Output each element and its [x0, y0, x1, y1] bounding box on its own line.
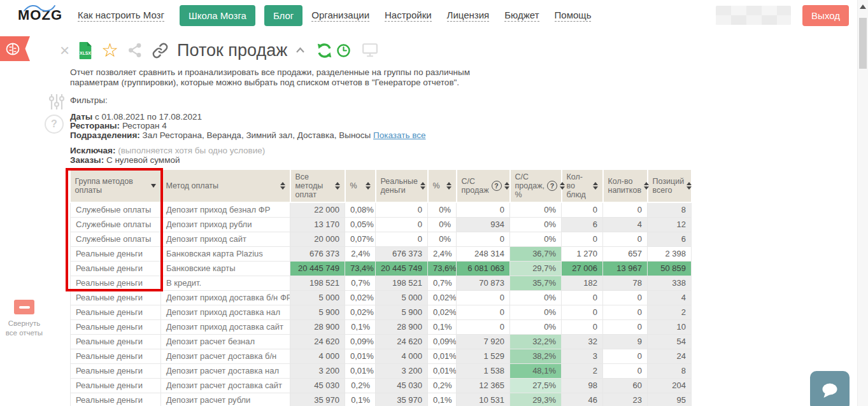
- column-header-5[interactable]: %: [428, 170, 457, 202]
- cell-value: 657: [603, 246, 648, 261]
- blog-button[interactable]: Блог: [264, 5, 302, 26]
- column-header-10[interactable]: Позиций всего: [648, 170, 692, 202]
- logout-button[interactable]: Выход: [802, 5, 849, 26]
- help-question-icon[interactable]: ?: [45, 115, 64, 134]
- cell-value: 60: [603, 378, 648, 393]
- cell-value: 2,4%: [345, 246, 376, 261]
- cell-value: 182: [562, 276, 603, 290]
- cell-value: 1 529: [457, 349, 510, 363]
- page-scrollbar[interactable]: [857, 0, 868, 406]
- cell-value: 20 445 749: [376, 261, 428, 276]
- minus-icon: [19, 306, 30, 309]
- cell-group: Реальные деньги: [71, 261, 161, 276]
- sort-icon: [504, 182, 509, 190]
- cell-value: 198 521: [376, 276, 428, 290]
- refresh-icon[interactable]: [316, 42, 333, 59]
- cell-value: 29,7%: [510, 261, 562, 276]
- collapse-report-chevron-icon[interactable]: [295, 47, 305, 53]
- table-row-11: Реальные деньгиДепозит расчет доставка н…: [71, 363, 692, 378]
- sort-icon: [420, 182, 425, 190]
- column-help-icon[interactable]: ?: [492, 181, 502, 191]
- cell-value: 0: [603, 349, 648, 363]
- cell-value: 95: [648, 393, 692, 406]
- cell-value: 0,01%: [428, 349, 457, 363]
- school-button[interactable]: Школа Мозга: [180, 5, 255, 26]
- app-window: MOZG Как настроить Мозг Школа Мозга Блог…: [0, 0, 868, 406]
- mozg-logo[interactable]: MOZG: [18, 4, 59, 26]
- sort-icon: [644, 182, 649, 190]
- permalink-icon[interactable]: [152, 42, 169, 59]
- cell-value: 20 445 749: [290, 261, 345, 276]
- nav-link-1[interactable]: Настройки: [385, 10, 432, 22]
- cell-value: 0: [603, 363, 648, 378]
- column-header-8[interactable]: Кол-во блюд: [562, 170, 603, 202]
- cell-value: 0: [457, 319, 510, 334]
- column-label: Кол-во блюд: [567, 172, 590, 199]
- cell-value: 0%: [510, 217, 562, 232]
- cell-value: 0,01%: [345, 363, 376, 378]
- cell-method: Депозит расчет доставка сайт: [161, 378, 290, 393]
- monitor-icon[interactable]: [362, 43, 378, 58]
- schedule-clock-icon[interactable]: [336, 43, 351, 58]
- cell-value: 20 000: [290, 232, 345, 246]
- chat-widget-button[interactable]: [810, 371, 850, 406]
- scrollbar-thumb[interactable]: [859, 18, 867, 69]
- cell-value: 0%: [510, 202, 562, 217]
- scrollbar-up-arrow-icon[interactable]: [860, 4, 866, 9]
- column-help-icon[interactable]: ?: [547, 181, 557, 191]
- cell-group: Реальные деньги: [71, 393, 161, 406]
- cell-value: 4: [648, 290, 692, 305]
- show-all-link[interactable]: Показать все: [373, 130, 425, 140]
- column-header-0[interactable]: Группа методов оплаты: [71, 170, 161, 202]
- close-report-icon[interactable]: ×: [60, 42, 69, 59]
- column-header-9[interactable]: Кол-во напитков: [603, 170, 648, 202]
- cell-value: 4: [603, 217, 648, 232]
- nav-link-how-to-setup[interactable]: Как настроить Мозг: [78, 10, 164, 22]
- filters-sliders-icon: [47, 92, 66, 114]
- column-header-7[interactable]: С/С продаж, %?: [510, 170, 562, 202]
- cell-value: 6 081 063: [457, 261, 510, 276]
- cell-value: 0: [603, 319, 648, 334]
- column-label: Реальные деньги: [381, 177, 418, 195]
- share-icon[interactable]: [127, 42, 143, 59]
- cell-method: Депозит расчет доставка нал: [161, 363, 290, 378]
- nav-link-0[interactable]: Организации: [311, 10, 369, 22]
- cell-value: 6: [562, 217, 603, 232]
- column-header-1[interactable]: Метод оплаты: [161, 170, 290, 202]
- column-header-3[interactable]: %: [345, 170, 376, 202]
- favorite-star-icon[interactable]: ☆: [101, 41, 118, 60]
- cell-value: 45 030: [290, 378, 345, 393]
- cell-method: Депозит расчет безнал: [161, 334, 290, 349]
- cell-value: 0%: [428, 232, 457, 246]
- collapse-all-button[interactable]: [14, 300, 34, 314]
- cell-value: 8: [648, 202, 692, 217]
- export-xlsx-icon[interactable]: XLSX: [78, 41, 93, 60]
- cell-value: 0,01%: [345, 349, 376, 363]
- cell-group: Реальные деньги: [71, 290, 161, 305]
- cell-method: Депозит расчет доставка б/н: [161, 349, 290, 363]
- cell-value: 38,2%: [510, 349, 562, 363]
- column-header-6[interactable]: С/С продаж?: [457, 170, 510, 202]
- cell-value: 0: [562, 202, 603, 217]
- cell-value: 204: [648, 378, 692, 393]
- cell-method: Депозит приход доставка б/н ФР: [161, 290, 290, 305]
- nav-link-4[interactable]: Помощь: [555, 10, 592, 22]
- column-label: %: [433, 181, 444, 190]
- nav-link-3[interactable]: Бюджет: [504, 10, 539, 22]
- cell-group: Реальные деньги: [71, 276, 161, 290]
- cell-value: 2: [648, 305, 692, 319]
- column-label: Метод оплаты: [166, 181, 278, 190]
- column-label: С/С продаж, %: [515, 172, 544, 199]
- cell-value: 35,7%: [510, 276, 562, 290]
- column-label: Все методы оплат: [295, 172, 332, 199]
- nav-link-2[interactable]: Лицензия: [447, 10, 490, 22]
- column-header-4[interactable]: Реальные деньги: [376, 170, 428, 202]
- cell-value: 0: [562, 319, 603, 334]
- cell-value: 12 365: [457, 378, 510, 393]
- cell-value: 54: [648, 334, 692, 349]
- cell-value: 0,7%: [345, 276, 376, 290]
- column-header-2[interactable]: Все методы оплат: [290, 170, 345, 202]
- cell-group: Реальные деньги: [71, 305, 161, 319]
- cell-value: 0,09%: [345, 334, 376, 349]
- cell-value: 0%: [510, 319, 562, 334]
